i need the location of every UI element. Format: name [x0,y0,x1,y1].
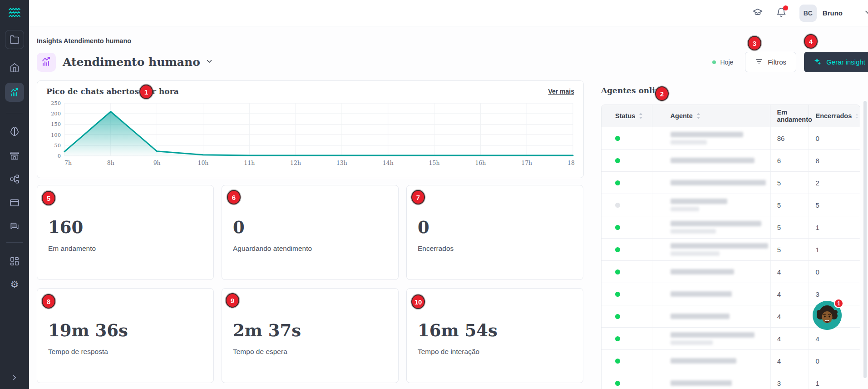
svg-text:11h: 11h [244,160,255,166]
redacted-agent-name [671,269,734,274]
column-label: Agente [671,112,693,120]
sidebar-item-chats[interactable] [10,221,20,231]
svg-text:50: 50 [54,142,61,149]
chevron-right-icon [10,374,19,382]
sidebar-item-home[interactable] [10,63,20,73]
table-row[interactable]: 52 [602,171,860,194]
stat-value: 0 [418,217,572,237]
sidebar-expand-button[interactable] [10,374,19,382]
page-title: Atendimento humano [63,55,200,69]
dashboard-icon-box [37,53,56,72]
agents-table: Status Agente [601,105,860,389]
stat-label: Tempo de interação [418,348,572,356]
table-row[interactable]: 44 [602,327,860,349]
user-menu-chevron[interactable] [863,8,868,19]
agent-name-cell [652,283,771,305]
table-row[interactable]: 40 [602,349,860,372]
svg-text:17h: 17h [521,160,532,166]
table-scrollbar[interactable] [863,101,867,378]
stat-card: 160Em andamento [37,185,214,280]
sidebar-item-studio[interactable] [10,198,20,208]
svg-text:200: 200 [51,110,61,117]
table-row[interactable]: 55 [602,194,860,216]
dashboard-selector-chevron[interactable] [205,57,213,67]
agent-name-cell [652,194,771,216]
weni-logo-icon[interactable] [9,7,20,18]
in-progress-cell: 5 [771,172,809,194]
agent-name-cell [652,172,771,194]
table-row[interactable]: 860 [602,127,860,149]
in-progress-cell: 4 [771,305,809,327]
redacted-agent-name [671,158,755,163]
sidebar-item-insights[interactable] [5,83,24,102]
agent-name-cell [652,261,771,283]
status-dot-online [615,359,620,364]
filters-button[interactable]: Filtros [745,52,796,72]
sidebar-item-project[interactable] [5,30,24,49]
column-header-encerrados[interactable]: Encerrados [809,105,860,127]
in-progress-cell: 4 [771,283,809,305]
agent-name-cell [652,328,771,349]
sidebar-item-apps[interactable] [10,256,20,266]
agent-status-cell [602,172,652,194]
agent-status-cell [602,283,652,305]
stat-value: 19m 36s [48,320,202,340]
stat-value: 0 [233,217,387,237]
closed-cell: 0 [809,127,860,149]
page-header: Atendimento humano Hoje [37,52,868,72]
agents-table-body: 8606852555151404345444031 [602,127,860,389]
redacted-agent-name [671,380,732,386]
insights-chart-icon [10,87,20,97]
sidebar-item-flows[interactable] [10,174,20,184]
academy-button[interactable] [752,7,763,20]
agent-status-cell [602,328,652,349]
user-name: Bruno [823,9,843,17]
closed-cell: 0 [809,261,860,283]
gear-icon: ⚙ [10,280,19,289]
support-chat-widget[interactable]: 1 [813,301,842,330]
sidebar-item-store[interactable] [10,150,20,160]
column-header-em-andamento[interactable]: Em andamento [770,105,809,127]
column-header-agente[interactable]: Agente [652,105,771,127]
redacted-agent-name [671,132,743,145]
stat-value: 160 [48,217,202,237]
table-row[interactable]: 40 [602,260,860,283]
see-more-link[interactable]: Ver mais [548,88,574,95]
in-progress-cell: 4 [771,350,809,372]
agents-table-header: Status Agente [602,105,860,127]
topbar: BC Bruno [29,0,868,26]
svg-text:9h: 9h [153,160,161,166]
sidebar-item-ai[interactable] [10,127,20,137]
generate-insight-button[interactable]: Gerar insight [804,52,868,72]
storefront-icon [10,150,20,160]
column-header-status[interactable]: Status [602,105,652,127]
status-dot-online [615,292,620,297]
agent-name-cell [652,372,771,389]
agent-status-cell [602,372,652,389]
sidebar-divider [6,113,23,113]
status-dot-online [615,136,620,141]
bell-icon [776,11,787,19]
agents-panel: Agentes online Status Agente [601,80,868,389]
svg-text:18h: 18h [567,160,575,166]
table-row[interactable]: 31 [602,372,860,389]
dashboard-body: Pico de chats abertos por hora Ver mais … [37,80,868,389]
agents-panel-title: Agentes online [601,86,666,95]
table-row[interactable]: 51 [602,238,860,260]
generate-insight-label: Gerar insight [826,58,865,66]
table-row[interactable]: 51 [602,216,860,238]
notifications-button[interactable] [776,7,787,20]
chart-title: Pico de chats abertos por hora [46,87,179,96]
status-dot-online [615,225,620,230]
column-label: Status [615,112,635,120]
svg-text:12h: 12h [290,160,301,166]
app-window: ⚙ [0,0,868,389]
sidebar-item-settings[interactable]: ⚙ [10,280,19,289]
user-menu[interactable]: BC Bruno [799,5,843,22]
agent-name-cell [652,150,771,171]
folder-icon [10,35,20,45]
sort-icon [696,113,700,119]
main-area: BC Bruno Insights Atendimento humano [29,0,868,389]
closed-cell: 1 [809,216,860,238]
table-row[interactable]: 68 [602,149,860,171]
